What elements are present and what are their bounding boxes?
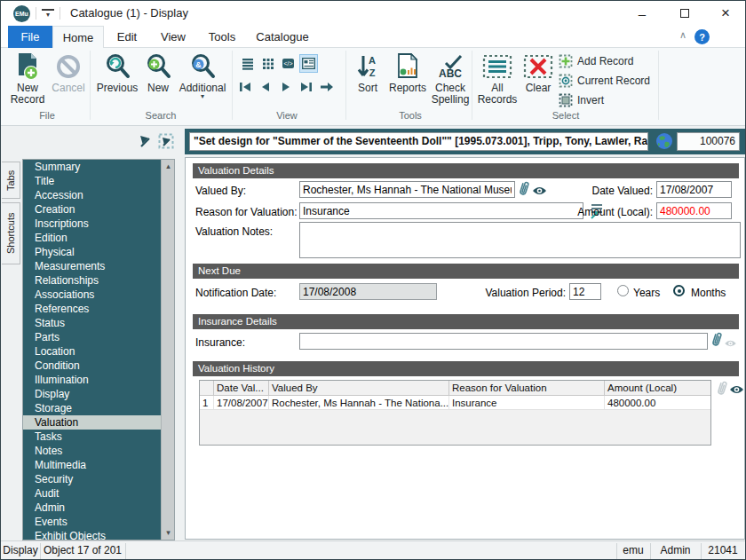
sidebar-item-condition[interactable]: Condition — [23, 359, 161, 373]
sidebar-item-inscriptions[interactable]: Inscriptions — [23, 217, 161, 231]
status-service: emu — [616, 541, 650, 560]
xml-view-button[interactable]: </> — [279, 54, 298, 73]
quick-access-dropdown-icon[interactable]: ▾ — [42, 9, 54, 20]
shortcuts-vertical-tab[interactable]: Shortcuts — [2, 202, 20, 264]
reason-for-valuation-input[interactable] — [299, 202, 583, 219]
sidebar-item-references[interactable]: References — [23, 302, 161, 316]
sidebar-item-valuation[interactable]: Valuation — [23, 415, 161, 430]
view-attachment-eye-icon[interactable] — [532, 184, 547, 200]
sidebar-item-notes[interactable]: Notes — [23, 444, 161, 458]
sidebar-item-title[interactable]: Title — [23, 174, 161, 188]
goto-record-button[interactable] — [317, 77, 336, 96]
reports-button[interactable]: Reports — [386, 51, 429, 94]
years-radio-label: Years — [633, 287, 660, 299]
insurance-eye-icon-disabled — [724, 335, 737, 351]
sidebar-item-location[interactable]: Location — [23, 344, 161, 359]
scroll-down-icon[interactable]: ▾ — [162, 526, 175, 540]
select-region-tool-icon[interactable] — [158, 133, 174, 149]
previous-search-button[interactable]: Previous — [93, 51, 141, 94]
window-title: Catalogue (1) - Display — [70, 6, 188, 20]
sidebar-scrollbar[interactable]: ▴ ▾ — [161, 160, 174, 540]
cancel-icon — [56, 51, 81, 83]
maximize-button[interactable] — [665, 1, 704, 26]
close-button[interactable]: × — [706, 1, 745, 26]
tab-file[interactable]: File — [8, 26, 52, 48]
sidebar-item-admin[interactable]: Admin — [23, 501, 161, 515]
sidebar-item-illumination[interactable]: Illumination — [23, 373, 161, 387]
sidebar-item-multimedia[interactable]: Multimedia — [23, 458, 161, 472]
insurance-attachment-icon[interactable] — [710, 331, 723, 352]
globe-icon[interactable] — [655, 132, 673, 150]
close-icon: × — [721, 4, 730, 22]
date-valued-input[interactable] — [656, 181, 732, 198]
sidebar-item-measurements[interactable]: Measurements — [23, 259, 161, 273]
insurance-input[interactable] — [299, 333, 708, 350]
sidebar-item-accession[interactable]: Accession — [23, 188, 161, 202]
sidebar-item-parts[interactable]: Parts — [23, 330, 161, 344]
scroll-up-icon[interactable]: ▴ — [162, 160, 175, 173]
history-col-rownum[interactable] — [200, 381, 214, 395]
history-col-reason[interactable]: Reason for Valuation — [449, 381, 605, 395]
sidebar-item-storage[interactable]: Storage — [23, 401, 161, 415]
tab-edit[interactable]: Edit — [104, 26, 150, 48]
add-record-button[interactable]: Add Record — [559, 52, 633, 70]
history-table-row[interactable]: 1 17/08/2007 Rochester, Ms Hannah - The … — [200, 396, 710, 410]
sidebar-item-status[interactable]: Status — [23, 316, 161, 330]
sidebar-item-creation[interactable]: Creation — [23, 202, 161, 217]
minimize-button[interactable]: – — [623, 1, 662, 26]
current-record-button[interactable]: Current Record — [559, 72, 650, 90]
history-col-date[interactable]: Date Val... — [214, 381, 269, 395]
months-radio[interactable] — [673, 285, 685, 296]
notification-date-input[interactable] — [299, 283, 437, 300]
years-radio[interactable] — [617, 285, 629, 296]
sidebar-item-display[interactable]: Display — [23, 387, 161, 401]
sidebar-item-security[interactable]: Security — [23, 472, 161, 486]
sidebar-item-summary[interactable]: Summary — [23, 160, 161, 174]
first-record-icon — [239, 82, 251, 92]
tab-tools[interactable]: Tools — [196, 26, 248, 48]
shortcuts-vertical-tab-label: Shortcuts — [5, 213, 16, 254]
previous-record-button[interactable] — [256, 77, 274, 96]
history-col-amount[interactable]: Amount (Local) — [605, 381, 710, 395]
valuation-notes-textarea[interactable] — [299, 222, 741, 258]
amount-local-input[interactable] — [656, 202, 732, 219]
details-view-button[interactable] — [299, 54, 318, 73]
svg-text:A: A — [369, 55, 376, 66]
help-icon[interactable]: ? — [694, 29, 710, 44]
tabs-vertical-tab-label: Tabs — [5, 170, 16, 190]
tabs-vertical-tab[interactable]: Tabs — [2, 162, 20, 199]
sidebar-item-edition[interactable]: Edition — [23, 231, 161, 245]
clear-selection-button[interactable]: Clear — [520, 51, 557, 94]
attachment-icon[interactable] — [518, 180, 530, 201]
sidebar-item-relationships[interactable]: Relationships — [23, 273, 161, 288]
sort-button[interactable]: A Z Sort — [349, 51, 386, 94]
new-record-button[interactable]: New Record — [6, 51, 49, 106]
new-search-button[interactable]: New — [141, 51, 175, 94]
pointer-tool-icon[interactable] — [139, 134, 153, 148]
history-col-valued-by[interactable]: Valued By — [269, 381, 449, 395]
history-eye-icon[interactable] — [729, 383, 744, 398]
valued-by-input[interactable] — [299, 181, 515, 198]
status-mode: Display — [1, 541, 40, 560]
sidebar-item-associations[interactable]: Associations — [23, 288, 161, 302]
sidebar-item-audit[interactable]: Audit — [23, 486, 161, 501]
all-records-button[interactable]: All Records — [477, 51, 518, 106]
sidebar-item-physical[interactable]: Physical — [23, 245, 161, 259]
list-view-button[interactable] — [238, 54, 257, 73]
first-record-button[interactable] — [235, 77, 254, 96]
next-record-button[interactable] — [276, 77, 295, 96]
check-spelling-button[interactable]: ABC Check Spelling — [429, 51, 472, 106]
cancel-button[interactable]: Cancel — [49, 51, 88, 94]
tab-catalogue[interactable]: Catalogue — [248, 26, 317, 48]
valuation-period-input[interactable] — [569, 283, 601, 300]
tab-home[interactable]: Home — [52, 26, 104, 49]
sidebar-item-events[interactable]: Events — [23, 515, 161, 529]
grid-view-button[interactable] — [258, 54, 277, 73]
invert-selection-button[interactable]: Invert — [559, 91, 604, 109]
additional-search-button[interactable]: & Additional ▾ — [175, 51, 230, 99]
sidebar-item-tasks[interactable]: Tasks — [23, 430, 161, 444]
valuation-history-table[interactable]: Date Val... Valued By Reason for Valuati… — [199, 380, 711, 446]
last-record-button[interactable] — [297, 77, 315, 96]
collapse-ribbon-icon[interactable]: ∧ — [674, 29, 692, 45]
tab-view[interactable]: View — [150, 26, 196, 48]
